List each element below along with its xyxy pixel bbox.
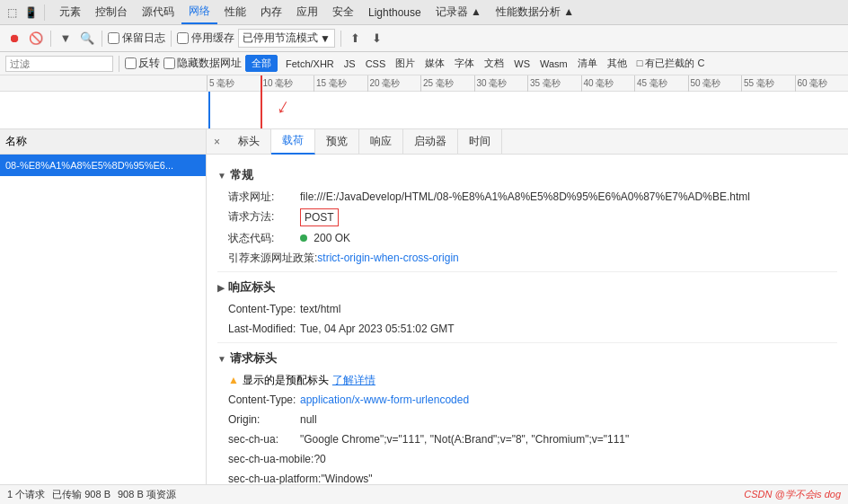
tick-10ms: 10 毫秒 bbox=[261, 75, 314, 92]
filter-doc[interactable]: 文档 bbox=[480, 56, 508, 71]
sec-ch-ua-mobile-label: sec-ch-ua-mobile: bbox=[228, 451, 314, 467]
watermark: CSDN @学不会is dog bbox=[744, 488, 841, 501]
divider1 bbox=[217, 271, 837, 272]
filter-bar: 反转 隐藏数据网址 全部 Fetch/XHR JS CSS 图片 媒体 字体 文… bbox=[0, 52, 848, 75]
filter-media[interactable]: 媒体 bbox=[420, 56, 449, 71]
origin-value: null bbox=[300, 411, 317, 428]
tick-5ms: 5 毫秒 bbox=[207, 75, 261, 92]
origin-label: Origin: bbox=[228, 411, 300, 428]
request-headers-title[interactable]: ▼ 请求标头 bbox=[217, 345, 837, 370]
filter-css[interactable]: CSS bbox=[361, 57, 391, 70]
tab-response[interactable]: 响应 bbox=[359, 129, 403, 155]
referrer-policy-label: 引荐来源网址政策: bbox=[228, 250, 317, 266]
throttle-dropdown[interactable]: 已停用节流模式 ▼ bbox=[238, 29, 335, 48]
method-box: POST bbox=[300, 208, 339, 226]
last-modified-label: Last-Modified: bbox=[228, 321, 300, 337]
response-headers-section: ▶ 响应标头 Content-Type: text/html Last-Modi… bbox=[217, 274, 837, 339]
req-content-type-row: Content-Type: application/x-www-form-url… bbox=[217, 390, 837, 410]
tab-preview[interactable]: 预览 bbox=[315, 129, 359, 155]
transferred-size: 已传输 908 B bbox=[52, 488, 110, 501]
reverse-checkbox[interactable]: 反转 bbox=[125, 56, 160, 71]
filter-types: Fetch/XHR JS CSS 图片 媒体 字体 文档 WS Wasm 清单 … bbox=[281, 56, 709, 71]
sec-ch-ua-row: sec-ch-ua: "Google Chrome";v="111", "Not… bbox=[217, 429, 837, 449]
toolbar: ⏺ 🚫 ▼ 🔍 保留日志 停用缓存 已停用节流模式 ▼ ⬆ ⬇ bbox=[0, 25, 848, 52]
tab-network[interactable]: 网络 bbox=[181, 0, 217, 24]
sep3 bbox=[171, 31, 172, 47]
tab-performance[interactable]: 性能 bbox=[217, 1, 253, 23]
devtools-icons: ⬚ 📱 bbox=[4, 4, 45, 21]
response-headers-title[interactable]: ▶ 响应标头 bbox=[217, 274, 837, 299]
tab-headers[interactable]: 标头 bbox=[227, 129, 271, 155]
main-area: 名称 08-%E8%A1%A8%E5%8D%95%E6... × 标头 载荷 预… bbox=[0, 129, 848, 504]
tick-55ms: 55 毫秒 bbox=[741, 75, 795, 92]
tab-perf-insights[interactable]: 性能数据分析 ▲ bbox=[489, 1, 581, 23]
clear-btn[interactable]: 🚫 bbox=[27, 30, 45, 48]
disable-cache-checkbox[interactable]: 停用缓存 bbox=[177, 31, 234, 46]
upload-icon[interactable]: ⬆ bbox=[347, 30, 365, 48]
record-btn[interactable]: ⏺ bbox=[5, 30, 23, 48]
filter-blocked[interactable]: □ 有已拦截的 C bbox=[632, 56, 710, 71]
tab-console[interactable]: 控制台 bbox=[88, 1, 135, 23]
filter-font[interactable]: 字体 bbox=[450, 56, 479, 71]
filter-all-btn[interactable]: 全部 bbox=[245, 55, 278, 72]
detail-tabs: × 标头 载荷 预览 响应 启动器 时间 bbox=[207, 129, 848, 155]
download-icon[interactable]: ⬇ bbox=[368, 30, 386, 48]
timeline-ruler: 5 毫秒 10 毫秒 15 毫秒 20 毫秒 25 毫秒 30 毫秒 35 毫秒… bbox=[0, 75, 848, 92]
filter-ws[interactable]: WS bbox=[509, 57, 534, 70]
search-icon[interactable]: 🔍 bbox=[78, 30, 96, 48]
filter-js[interactable]: JS bbox=[340, 57, 360, 70]
sec-ch-ua-mobile-value: ?0 bbox=[314, 451, 325, 467]
timeline-tracks bbox=[0, 92, 848, 129]
tab-elements[interactable]: 元素 bbox=[52, 1, 88, 23]
tab-recorder[interactable]: 记录器 ▲ bbox=[428, 1, 489, 23]
tick-40ms: 40 毫秒 bbox=[581, 75, 635, 92]
learn-more-link[interactable]: 了解详情 bbox=[332, 372, 375, 388]
tab-memory[interactable]: 内存 bbox=[253, 1, 289, 23]
content-type-row: Content-Type: text/html bbox=[217, 299, 837, 319]
device-icon[interactable]: 📱 bbox=[22, 4, 39, 21]
arrow-annotation: ↓ bbox=[278, 93, 289, 119]
filter-img[interactable]: 图片 bbox=[391, 56, 420, 71]
filter-input[interactable] bbox=[5, 56, 113, 72]
preserve-log-checkbox[interactable]: 保留日志 bbox=[108, 31, 165, 46]
tick-45ms: 45 毫秒 bbox=[634, 75, 688, 92]
inspect-icon[interactable]: ⬚ bbox=[4, 4, 20, 21]
filter-wasm[interactable]: Wasm bbox=[535, 57, 572, 70]
filter-manifest[interactable]: 清单 bbox=[573, 56, 602, 71]
tab-sources[interactable]: 源代码 bbox=[135, 1, 181, 23]
chevron-down-icon: ▼ bbox=[320, 32, 331, 45]
sep5 bbox=[119, 56, 119, 72]
filter-fetch-xhr[interactable]: Fetch/XHR bbox=[281, 57, 339, 70]
request-method-row: 请求方法: POST bbox=[217, 207, 837, 228]
req-content-type-value: application/x-www-form-urlencoded bbox=[300, 392, 469, 408]
provisional-headers-warning: ▲ 显示的是预配标头 了解详情 bbox=[217, 370, 837, 390]
filter-icon[interactable]: ▼ bbox=[57, 30, 75, 48]
status-code-label: 状态代码: bbox=[228, 230, 300, 246]
menu-tabs: 元素 控制台 源代码 网络 性能 内存 应用 安全 Lighthouse 记录器… bbox=[47, 0, 581, 24]
tab-security[interactable]: 安全 bbox=[325, 1, 361, 23]
tab-payload[interactable]: 载荷 bbox=[271, 129, 315, 155]
triangle-down2-icon: ▼ bbox=[217, 354, 226, 364]
content-type-value: text/html bbox=[300, 301, 340, 317]
hide-urls-checkbox[interactable]: 隐藏数据网址 bbox=[163, 56, 242, 71]
close-tab-btn[interactable]: × bbox=[207, 129, 227, 155]
timeline-blue-indicator bbox=[208, 92, 210, 129]
sep2 bbox=[102, 31, 102, 47]
origin-row: Origin: null bbox=[217, 410, 837, 429]
menu-bar: ⬚ 📱 元素 控制台 源代码 网络 性能 内存 应用 安全 Lighthouse… bbox=[0, 0, 848, 25]
tick-60ms: 60 毫秒 bbox=[795, 75, 849, 92]
tab-application[interactable]: 应用 bbox=[289, 1, 325, 23]
tab-timing[interactable]: 时间 bbox=[458, 129, 502, 155]
general-section-title[interactable]: ▼ 常规 bbox=[217, 162, 837, 187]
tab-initiator[interactable]: 启动器 bbox=[403, 129, 458, 155]
referrer-policy-row: 引荐来源网址政策: strict-origin-when-cross-origi… bbox=[217, 248, 837, 268]
divider2 bbox=[217, 342, 837, 343]
request-headers-section: ▼ 请求标头 ▲ 显示的是预配标头 了解详情 Content-Type: app… bbox=[217, 345, 837, 489]
detail-content: ▼ 常规 请求网址: file:///E:/JavaDevelop/HTML/0… bbox=[207, 155, 848, 500]
tab-lighthouse[interactable]: Lighthouse bbox=[361, 3, 428, 22]
status-code-value: 200 OK bbox=[300, 230, 350, 246]
request-list: 名称 08-%E8%A1%A8%E5%8D%95%E6... bbox=[0, 129, 207, 504]
request-method-label: 请求方法: bbox=[228, 208, 300, 225]
filter-other[interactable]: 其他 bbox=[603, 56, 632, 71]
request-item[interactable]: 08-%E8%A1%A8%E5%8D%95%E6... bbox=[0, 155, 206, 176]
